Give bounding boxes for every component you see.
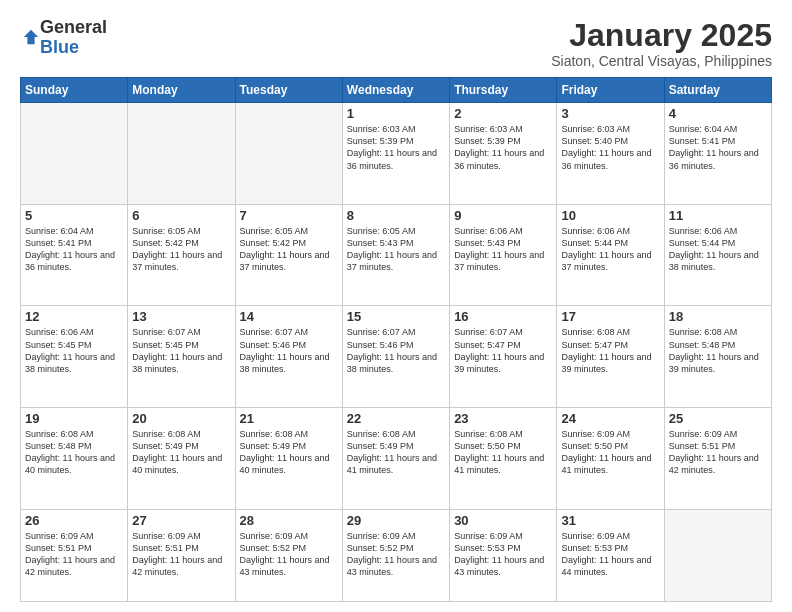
calendar-cell: 4Sunrise: 6:04 AM Sunset: 5:41 PM Daylig… (664, 103, 771, 205)
day-number: 14 (240, 309, 338, 324)
calendar-cell: 5Sunrise: 6:04 AM Sunset: 5:41 PM Daylig… (21, 204, 128, 306)
weekday-header: Friday (557, 78, 664, 103)
day-info: Sunrise: 6:09 AM Sunset: 5:51 PM Dayligh… (132, 530, 230, 579)
day-number: 27 (132, 513, 230, 528)
day-number: 11 (669, 208, 767, 223)
calendar-cell (128, 103, 235, 205)
calendar-cell: 1Sunrise: 6:03 AM Sunset: 5:39 PM Daylig… (342, 103, 449, 205)
day-info: Sunrise: 6:09 AM Sunset: 5:53 PM Dayligh… (454, 530, 552, 579)
title-block: January 2025 Siaton, Central Visayas, Ph… (551, 18, 772, 69)
day-info: Sunrise: 6:05 AM Sunset: 5:43 PM Dayligh… (347, 225, 445, 274)
day-number: 12 (25, 309, 123, 324)
calendar-cell: 20Sunrise: 6:08 AM Sunset: 5:49 PM Dayli… (128, 408, 235, 510)
calendar-cell (235, 103, 342, 205)
calendar-cell: 8Sunrise: 6:05 AM Sunset: 5:43 PM Daylig… (342, 204, 449, 306)
day-number: 5 (25, 208, 123, 223)
calendar-cell: 3Sunrise: 6:03 AM Sunset: 5:40 PM Daylig… (557, 103, 664, 205)
calendar-cell: 29Sunrise: 6:09 AM Sunset: 5:52 PM Dayli… (342, 509, 449, 601)
day-number: 17 (561, 309, 659, 324)
weekday-header: Monday (128, 78, 235, 103)
day-number: 16 (454, 309, 552, 324)
day-info: Sunrise: 6:07 AM Sunset: 5:46 PM Dayligh… (240, 326, 338, 375)
calendar-cell: 21Sunrise: 6:08 AM Sunset: 5:49 PM Dayli… (235, 408, 342, 510)
day-info: Sunrise: 6:07 AM Sunset: 5:46 PM Dayligh… (347, 326, 445, 375)
header: General Blue January 2025 Siaton, Centra… (20, 18, 772, 69)
day-info: Sunrise: 6:07 AM Sunset: 5:47 PM Dayligh… (454, 326, 552, 375)
logo: General Blue (20, 18, 107, 58)
logo-icon (22, 28, 40, 46)
logo-blue: Blue (40, 38, 107, 58)
calendar-cell: 22Sunrise: 6:08 AM Sunset: 5:49 PM Dayli… (342, 408, 449, 510)
calendar-header-row: SundayMondayTuesdayWednesdayThursdayFrid… (21, 78, 772, 103)
logo-general: General (40, 18, 107, 38)
day-info: Sunrise: 6:09 AM Sunset: 5:50 PM Dayligh… (561, 428, 659, 477)
calendar-week-row: 26Sunrise: 6:09 AM Sunset: 5:51 PM Dayli… (21, 509, 772, 601)
calendar-cell: 25Sunrise: 6:09 AM Sunset: 5:51 PM Dayli… (664, 408, 771, 510)
day-number: 21 (240, 411, 338, 426)
day-info: Sunrise: 6:08 AM Sunset: 5:49 PM Dayligh… (240, 428, 338, 477)
day-info: Sunrise: 6:05 AM Sunset: 5:42 PM Dayligh… (240, 225, 338, 274)
calendar-cell: 16Sunrise: 6:07 AM Sunset: 5:47 PM Dayli… (450, 306, 557, 408)
day-number: 10 (561, 208, 659, 223)
weekday-header: Sunday (21, 78, 128, 103)
day-info: Sunrise: 6:08 AM Sunset: 5:49 PM Dayligh… (132, 428, 230, 477)
calendar-cell: 23Sunrise: 6:08 AM Sunset: 5:50 PM Dayli… (450, 408, 557, 510)
day-number: 7 (240, 208, 338, 223)
calendar-table: SundayMondayTuesdayWednesdayThursdayFrid… (20, 77, 772, 602)
day-number: 19 (25, 411, 123, 426)
day-info: Sunrise: 6:05 AM Sunset: 5:42 PM Dayligh… (132, 225, 230, 274)
day-info: Sunrise: 6:06 AM Sunset: 5:43 PM Dayligh… (454, 225, 552, 274)
day-number: 24 (561, 411, 659, 426)
day-number: 28 (240, 513, 338, 528)
location: Siaton, Central Visayas, Philippines (551, 53, 772, 69)
day-number: 20 (132, 411, 230, 426)
calendar-cell: 30Sunrise: 6:09 AM Sunset: 5:53 PM Dayli… (450, 509, 557, 601)
calendar-cell (664, 509, 771, 601)
day-number: 1 (347, 106, 445, 121)
calendar-cell: 15Sunrise: 6:07 AM Sunset: 5:46 PM Dayli… (342, 306, 449, 408)
day-info: Sunrise: 6:09 AM Sunset: 5:53 PM Dayligh… (561, 530, 659, 579)
calendar-cell: 31Sunrise: 6:09 AM Sunset: 5:53 PM Dayli… (557, 509, 664, 601)
day-number: 22 (347, 411, 445, 426)
calendar-cell: 11Sunrise: 6:06 AM Sunset: 5:44 PM Dayli… (664, 204, 771, 306)
calendar-cell: 14Sunrise: 6:07 AM Sunset: 5:46 PM Dayli… (235, 306, 342, 408)
day-info: Sunrise: 6:09 AM Sunset: 5:52 PM Dayligh… (240, 530, 338, 579)
calendar-cell: 9Sunrise: 6:06 AM Sunset: 5:43 PM Daylig… (450, 204, 557, 306)
day-info: Sunrise: 6:08 AM Sunset: 5:49 PM Dayligh… (347, 428, 445, 477)
day-info: Sunrise: 6:08 AM Sunset: 5:47 PM Dayligh… (561, 326, 659, 375)
weekday-header: Tuesday (235, 78, 342, 103)
calendar-cell: 24Sunrise: 6:09 AM Sunset: 5:50 PM Dayli… (557, 408, 664, 510)
calendar-cell: 27Sunrise: 6:09 AM Sunset: 5:51 PM Dayli… (128, 509, 235, 601)
calendar-cell: 7Sunrise: 6:05 AM Sunset: 5:42 PM Daylig… (235, 204, 342, 306)
month-title: January 2025 (551, 18, 772, 53)
logo-text: General Blue (40, 18, 107, 58)
day-number: 18 (669, 309, 767, 324)
day-info: Sunrise: 6:03 AM Sunset: 5:40 PM Dayligh… (561, 123, 659, 172)
calendar-week-row: 12Sunrise: 6:06 AM Sunset: 5:45 PM Dayli… (21, 306, 772, 408)
day-number: 15 (347, 309, 445, 324)
day-info: Sunrise: 6:08 AM Sunset: 5:48 PM Dayligh… (669, 326, 767, 375)
calendar-cell: 10Sunrise: 6:06 AM Sunset: 5:44 PM Dayli… (557, 204, 664, 306)
calendar-cell: 28Sunrise: 6:09 AM Sunset: 5:52 PM Dayli… (235, 509, 342, 601)
page: General Blue January 2025 Siaton, Centra… (0, 0, 792, 612)
day-number: 3 (561, 106, 659, 121)
calendar-cell: 13Sunrise: 6:07 AM Sunset: 5:45 PM Dayli… (128, 306, 235, 408)
day-number: 8 (347, 208, 445, 223)
day-number: 26 (25, 513, 123, 528)
day-info: Sunrise: 6:09 AM Sunset: 5:51 PM Dayligh… (25, 530, 123, 579)
day-info: Sunrise: 6:04 AM Sunset: 5:41 PM Dayligh… (25, 225, 123, 274)
calendar-week-row: 5Sunrise: 6:04 AM Sunset: 5:41 PM Daylig… (21, 204, 772, 306)
calendar-cell: 19Sunrise: 6:08 AM Sunset: 5:48 PM Dayli… (21, 408, 128, 510)
day-info: Sunrise: 6:06 AM Sunset: 5:44 PM Dayligh… (669, 225, 767, 274)
calendar-cell: 17Sunrise: 6:08 AM Sunset: 5:47 PM Dayli… (557, 306, 664, 408)
day-number: 2 (454, 106, 552, 121)
calendar-cell (21, 103, 128, 205)
calendar-cell: 26Sunrise: 6:09 AM Sunset: 5:51 PM Dayli… (21, 509, 128, 601)
day-number: 6 (132, 208, 230, 223)
calendar-cell: 18Sunrise: 6:08 AM Sunset: 5:48 PM Dayli… (664, 306, 771, 408)
day-number: 13 (132, 309, 230, 324)
day-info: Sunrise: 6:03 AM Sunset: 5:39 PM Dayligh… (347, 123, 445, 172)
calendar-week-row: 1Sunrise: 6:03 AM Sunset: 5:39 PM Daylig… (21, 103, 772, 205)
day-number: 25 (669, 411, 767, 426)
svg-marker-0 (24, 30, 38, 44)
